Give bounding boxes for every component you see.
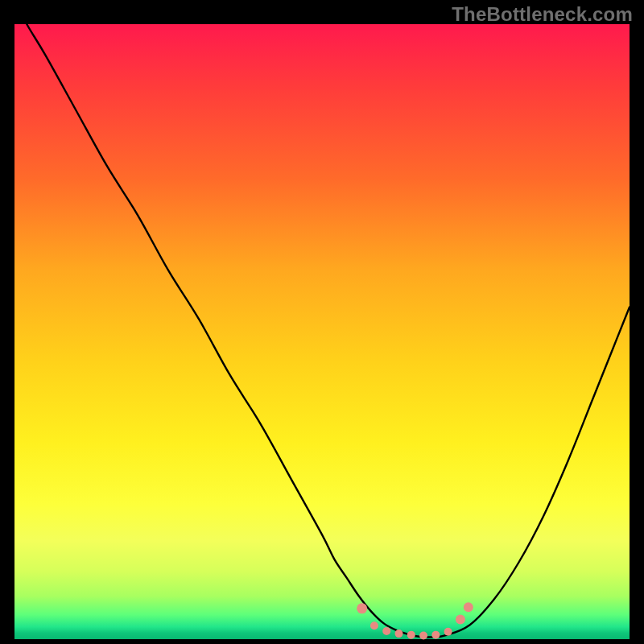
left-dot — [357, 603, 367, 613]
marker-layer — [357, 602, 473, 639]
right-dot-1 — [456, 615, 465, 625]
right-dot-2 — [464, 602, 473, 612]
basin-dot-4 — [407, 631, 415, 639]
watermark-text: TheBottleneck.com — [452, 3, 633, 26]
basin-dot-2 — [382, 627, 390, 635]
basin-dot-3 — [395, 630, 403, 638]
basin-dot-5 — [419, 631, 427, 639]
bottleneck-curve — [14, 0, 630, 637]
basin-dot-1 — [370, 621, 378, 630]
basin-dot-6 — [431, 631, 440, 639]
basin-dot-7 — [444, 628, 452, 636]
chart-frame — [14, 24, 630, 639]
chart-svg — [14, 24, 630, 639]
